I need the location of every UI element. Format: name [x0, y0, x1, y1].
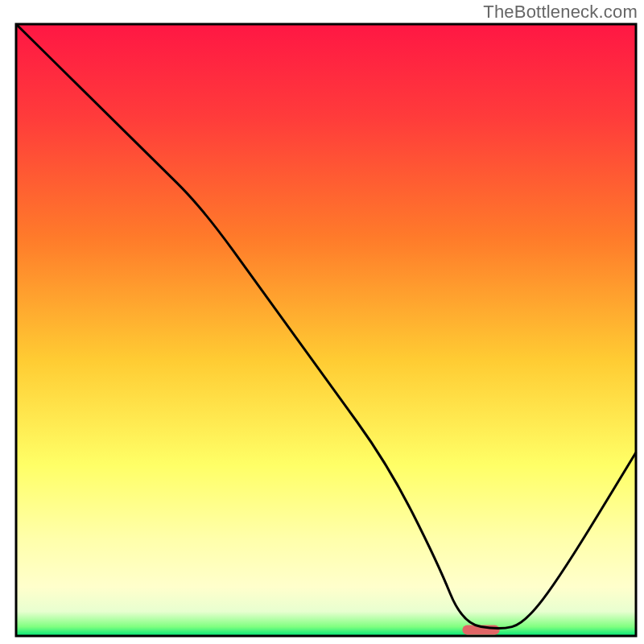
chart-container: TheBottleneck.com: [0, 0, 644, 644]
bottleneck-chart: [0, 0, 644, 644]
watermark-text: TheBottleneck.com: [483, 2, 638, 23]
